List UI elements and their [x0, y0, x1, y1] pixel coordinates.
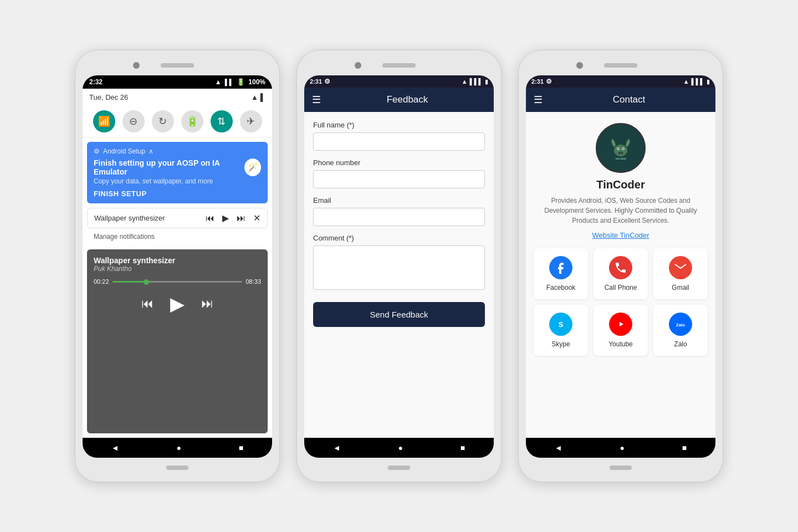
contact-item-zalo[interactable]: Zalo Zalo [653, 305, 708, 356]
phone-3-home-button [610, 466, 632, 470]
player-controls: ⏮ ▶ ⏭ [94, 293, 261, 315]
phone-2: 2:31 ⚙ ▲ ▌▌▌ ▮ ☰ Feedback Full name (*) [296, 50, 502, 482]
email-input[interactable] [313, 208, 485, 226]
phone1-back-btn[interactable]: ◄ [111, 443, 119, 452]
setup-card-text: Finish setting up your AOSP on IA Emulat… [94, 158, 244, 185]
play-icon[interactable]: ▶ [222, 213, 229, 223]
phone1-home-btn[interactable]: ● [176, 443, 181, 452]
gmail-icon [669, 256, 692, 279]
player-next-icon[interactable]: ⏭ [201, 296, 213, 311]
svg-point-6 [618, 151, 624, 155]
contact-item-youtube[interactable]: Youtube [594, 305, 648, 356]
phone2-back-btn[interactable]: ◄ [333, 443, 341, 452]
magic-wand-icon: 🪄 [244, 158, 261, 176]
phone1-setup-card: ⚙ Android Setup ∧ Finish setting up your… [87, 142, 268, 203]
phone-1-home-button [166, 466, 188, 470]
phone2-feedback-content: Full name (*) Phone number Email Comment… [304, 112, 494, 438]
send-feedback-button[interactable]: Send Feedback [313, 302, 485, 327]
phone1-date-row: Tue, Dec 26 ▲ ▌ [83, 89, 272, 106]
contact-website-link[interactable]: Website TinCoder [592, 231, 649, 239]
phone2-app-bar: ☰ Feedback [304, 88, 494, 112]
phone-number-input[interactable] [313, 170, 485, 188]
phone1-time: 2:32 [89, 78, 103, 86]
current-time: 00:22 [94, 278, 109, 285]
phone1-recents-btn[interactable]: ■ [239, 443, 243, 452]
music-notif-controls: ⏮ ▶ ⏭ ✕ [206, 213, 260, 223]
comment-field: Comment (*) [313, 234, 485, 292]
phone1-wifi-signal: ▲ [251, 93, 258, 101]
qs-data-icon[interactable]: ⇅ [211, 110, 233, 132]
setup-card-header-label: Android Setup [103, 147, 145, 155]
manage-notifications-label[interactable]: Manage notifications [83, 228, 272, 245]
svg-point-5 [622, 148, 623, 149]
qs-wifi-icon[interactable]: 📶 [93, 110, 115, 132]
full-name-input[interactable] [313, 132, 485, 151]
phone3-battery-icon: ▮ [707, 78, 710, 85]
phone3-back-btn[interactable]: ◄ [555, 443, 562, 452]
phone1-cell-signal: ▌ [260, 93, 265, 101]
phone3-recents-btn[interactable]: ■ [682, 443, 687, 452]
phone3-menu-icon[interactable]: ☰ [534, 94, 543, 106]
contact-description: Provides Android, iOS, Web Source Codes … [534, 196, 708, 226]
phone-number-field: Phone number [313, 158, 485, 188]
full-name-label: Full name (*) [313, 121, 485, 129]
qs-sync-icon[interactable]: ↻ [152, 110, 174, 132]
phone3-app-bar: ☰ Contact [526, 88, 715, 112]
svg-point-8 [621, 152, 622, 154]
progress-bar[interactable] [112, 281, 243, 283]
close-icon[interactable]: ✕ [253, 213, 260, 223]
zalo-label: Zalo [674, 340, 687, 348]
callphone-label: Call Phone [605, 284, 637, 291]
player-play-icon[interactable]: ▶ [170, 293, 185, 315]
prev-icon[interactable]: ⏮ [206, 213, 214, 223]
progress-fill [112, 281, 145, 283]
phone-2-bottom [304, 461, 494, 474]
phone2-home-btn[interactable]: ● [398, 443, 402, 452]
phone1-signal-icon: ▌▌ [225, 79, 234, 85]
phones-container: 2:32 ▲ ▌▌ 🔋 100% Tue, Dec 26 ▲ ▌ 📶 ⊖ [53, 28, 745, 504]
phone2-time: 2:31 [310, 78, 322, 85]
skype-icon: S [549, 313, 572, 336]
contact-name: TinCoder [596, 178, 644, 191]
svg-text:S: S [559, 320, 564, 329]
next-icon[interactable]: ⏭ [237, 213, 245, 223]
skype-label: Skype [551, 340, 570, 348]
phone-3-top [526, 58, 715, 73]
contact-item-gmail[interactable]: Gmail [653, 248, 708, 299]
phone3-gear-icon: ⚙ [546, 78, 552, 85]
phone1-battery-pct: 100% [248, 78, 265, 86]
phone2-recents-btn[interactable]: ■ [461, 443, 465, 452]
contact-item-skype[interactable]: S Skype [534, 305, 588, 356]
phone2-menu-icon[interactable]: ☰ [312, 94, 321, 106]
qs-dnd-icon[interactable]: ⊖ [122, 110, 145, 132]
finish-setup-button[interactable]: FINISH SETUP [94, 190, 261, 198]
facebook-icon [549, 256, 572, 279]
phone-1-bottom [83, 461, 272, 474]
contact-item-facebook[interactable]: Facebook [534, 248, 588, 299]
phone1-battery-icon: 🔋 [237, 78, 245, 86]
phone3-time: 2:31 [531, 78, 544, 85]
phone3-contact-content: TINCODER TinCoder Provides Android, iOS,… [526, 112, 715, 438]
setup-card-subtitle: Copy your data, set wallpaper, and more [94, 177, 244, 185]
progress-bar-container: 00:22 08:33 [94, 278, 261, 285]
full-name-field: Full name (*) [313, 121, 485, 151]
phone-3-screen: 2:31 ⚙ ▲ ▌▌▌ ▮ ☰ Contact [526, 75, 715, 458]
setup-card-body: Finish setting up your AOSP on IA Emulat… [94, 158, 261, 185]
player-prev-icon[interactable]: ⏮ [141, 296, 154, 311]
total-time: 08:33 [245, 278, 261, 285]
svg-text:TINCODER: TINCODER [615, 158, 626, 160]
qs-battery-icon[interactable]: 🔋 [181, 110, 203, 132]
phone-3-camera [576, 62, 583, 69]
phone3-status-bar: 2:31 ⚙ ▲ ▌▌▌ ▮ [526, 75, 715, 88]
gmail-label: Gmail [672, 284, 689, 291]
qs-airplane-icon[interactable]: ✈ [240, 110, 262, 132]
comment-textarea[interactable] [313, 245, 485, 290]
phone1-music-player: Wallpaper synthesizer Puk Khantho 00:22 … [87, 249, 268, 433]
email-field: Email [313, 196, 485, 226]
contact-item-callphone[interactable]: Call Phone [594, 248, 648, 299]
phone2-nav-bar: ◄ ● ■ [304, 438, 494, 458]
phone3-home-btn[interactable]: ● [620, 443, 624, 452]
music-player-artist: Puk Khantho [94, 265, 261, 273]
phone1-date: Tue, Dec 26 [89, 93, 128, 101]
phone-3-speaker [604, 63, 637, 68]
